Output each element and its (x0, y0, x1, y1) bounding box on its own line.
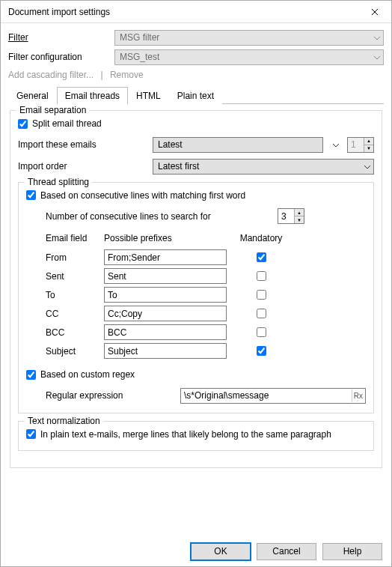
titlebar: Document import settings (1, 1, 391, 23)
remove-link[interactable]: Remove (110, 70, 144, 80)
col-prefixes: Possible prefixes (104, 233, 231, 243)
based-regex-checkbox[interactable]: Based on custom regex (26, 369, 135, 380)
import-these-label: Import these emails (18, 139, 153, 150)
email-separation-legend: Email separation (16, 105, 89, 115)
spinner-up-button[interactable]: ▲ (294, 209, 304, 216)
spinner-down-button[interactable]: ▼ (294, 216, 304, 223)
prefix-field-label: Subject (46, 346, 104, 357)
prefix-table: Email field Possible prefixes Mandatory … (46, 233, 366, 359)
col-mandatory: Mandatory (231, 233, 291, 243)
mandatory-checkbox[interactable] (257, 327, 266, 337)
prefix-field-label: BCC (46, 327, 104, 338)
regex-input[interactable] (180, 388, 366, 404)
ok-button[interactable]: OK (191, 543, 251, 560)
window-title: Document import settings (8, 7, 358, 17)
text-normalization-legend: Text normalization (25, 416, 103, 426)
thread-splitting-group: Thread splitting Based on consecutive li… (18, 182, 374, 413)
prefix-input[interactable] (104, 268, 227, 284)
chevron-down-icon (374, 32, 380, 43)
filter-config-select[interactable]: MSG_test (114, 49, 384, 65)
prefix-input[interactable] (104, 343, 227, 359)
spinner-up-button[interactable]: ▲ (364, 138, 373, 145)
prefix-row: Subject (46, 343, 366, 359)
spinner-down-button[interactable]: ▼ (364, 145, 373, 152)
prefix-row: Sent (46, 268, 366, 284)
prefix-row: To (46, 287, 366, 303)
prefix-input[interactable] (104, 287, 227, 303)
filter-select[interactable]: MSG filter (114, 30, 384, 46)
prefix-field-label: Sent (46, 271, 104, 282)
based-consecutive-checkbox[interactable]: Based on consecutive lines with matching… (26, 190, 245, 201)
prefix-row: From (46, 249, 366, 265)
prefix-field-label: From (46, 252, 104, 263)
email-separation-group: Email separation Split email thread Impo… (10, 110, 382, 468)
close-button[interactable] (358, 1, 391, 23)
chevron-down-icon (374, 52, 380, 62)
mandatory-checkbox[interactable] (257, 252, 266, 262)
split-email-thread-checkbox[interactable]: Split email thread (18, 118, 102, 129)
prefix-input[interactable] (104, 249, 227, 265)
merge-lines-checkbox[interactable]: In plain text e-mails, merge lines that … (26, 429, 331, 440)
regex-label: Regular expression (46, 390, 180, 401)
mandatory-checkbox[interactable] (257, 346, 266, 356)
tab-html[interactable]: HTML (128, 87, 169, 104)
prefix-input[interactable] (104, 324, 227, 340)
import-order-select[interactable]: Latest first (153, 159, 374, 175)
tab-email-threads[interactable]: Email threads (57, 87, 128, 104)
close-icon (371, 8, 379, 16)
divider: | (100, 70, 102, 80)
cancel-button[interactable]: Cancel (257, 543, 316, 560)
num-lines-label: Number of consecutive lines to search fo… (46, 211, 278, 222)
prefix-row: CC (46, 306, 366, 321)
filter-config-label: Filter configuration (8, 52, 114, 62)
tab-general[interactable]: General (8, 87, 57, 104)
regex-helper-button[interactable]: Rx (352, 389, 364, 402)
import-these-select[interactable]: Latest (153, 137, 323, 153)
prefix-input[interactable] (104, 306, 227, 321)
filter-value: MSG filter (120, 32, 159, 43)
based-consecutive-label: Based on consecutive lines with matching… (40, 190, 245, 201)
help-button[interactable]: Help (322, 543, 382, 560)
prefix-field-label: CC (46, 309, 104, 319)
mandatory-checkbox[interactable] (257, 271, 266, 281)
split-email-thread-label: Split email thread (32, 118, 102, 129)
text-normalization-group: Text normalization In plain text e-mails… (18, 421, 374, 452)
tabs: General Email threads HTML Plain text (8, 86, 384, 104)
tab-plain-text[interactable]: Plain text (169, 87, 222, 104)
col-email-field: Email field (46, 233, 104, 243)
based-regex-label: Based on custom regex (40, 369, 135, 380)
button-bar: OK Cancel Help (1, 536, 391, 566)
add-cascading-filter-link[interactable]: Add cascading filter... (8, 70, 94, 80)
mandatory-checkbox[interactable] (257, 290, 266, 300)
filter-label: Filter (8, 32, 114, 43)
thread-splitting-legend: Thread splitting (25, 177, 92, 187)
filter-config-value: MSG_test (120, 52, 159, 62)
merge-lines-label: In plain text e-mails, merge lines that … (40, 429, 331, 440)
import-order-label: Import order (18, 161, 153, 172)
mandatory-checkbox[interactable] (257, 309, 266, 318)
prefix-row: BCC (46, 324, 366, 340)
chevron-down-icon (333, 139, 339, 150)
prefix-field-label: To (46, 290, 104, 300)
